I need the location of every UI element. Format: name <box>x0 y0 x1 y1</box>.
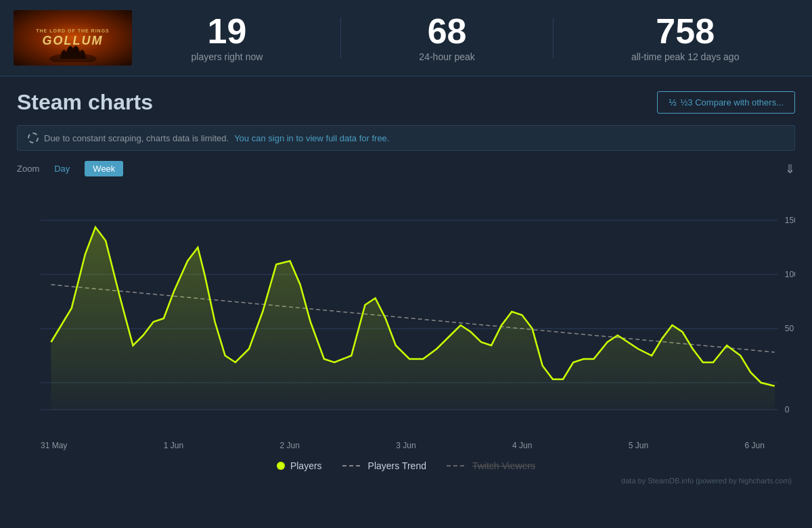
all-time-peak-number: 758 <box>631 14 740 49</box>
x-axis-labels: 31 May 1 Jun 2 Jun 3 Jun 4 Jun 5 Jun 6 J… <box>17 441 795 450</box>
players-dot-icon <box>277 462 285 470</box>
svg-text:50: 50 <box>785 324 794 333</box>
data-attribution: data by SteamDB.info (powered by highcha… <box>17 477 795 485</box>
x-label-2: 1 Jun <box>164 441 183 450</box>
chart-wrapper: 150 100 50 0 31 May 1 Jun 2 <box>17 187 795 450</box>
svg-text:100: 100 <box>785 270 795 279</box>
game-image: THE LORD OF THE RINGS GOLLUM <box>14 10 132 66</box>
notice-link[interactable]: You can sign in to view full data for fr… <box>234 133 389 143</box>
notice-bar: Due to constant scraping, charts data is… <box>17 125 795 151</box>
legend-trend-label: Players Trend <box>368 460 426 471</box>
peak-24h-stat: 68 24-hour peak <box>419 14 475 62</box>
stat-divider-1 <box>340 18 341 58</box>
header: THE LORD OF THE RINGS GOLLUM 19 players … <box>0 0 812 76</box>
current-players-label: players right now <box>191 51 263 62</box>
legend-players: Players <box>277 460 322 471</box>
svg-text:0: 0 <box>785 405 790 414</box>
chart-legend: Players Players Trend Twitch Viewers <box>17 460 795 471</box>
legend-players-label: Players <box>290 460 322 471</box>
peak-24h-label: 24-hour peak <box>419 51 475 62</box>
current-players-number: 19 <box>191 14 263 49</box>
x-label-1: 31 May <box>41 441 67 450</box>
notice-icon <box>28 133 39 143</box>
zoom-day-button[interactable]: Day <box>46 161 78 176</box>
current-players-stat: 19 players right now <box>191 14 263 62</box>
notice-text: Due to constant scraping, charts data is… <box>44 133 229 143</box>
compare-button[interactable]: ⅟₂ ½3 Compare with others... <box>657 91 795 114</box>
all-time-peak-label: all-time peak 12 days ago <box>631 51 740 62</box>
charts-title: Steam charts <box>17 90 153 115</box>
zoom-controls: Zoom Day Week ⇓ <box>17 161 795 176</box>
charts-header: Steam charts ⅟₂ ½3 Compare with others..… <box>17 90 795 115</box>
main-content: Steam charts ⅟₂ ½3 Compare with others..… <box>0 76 812 498</box>
stats-container: 19 players right now 68 24-hour peak 758… <box>132 14 798 62</box>
peak-24h-number: 68 <box>419 14 475 49</box>
chart-svg: 150 100 50 0 <box>17 187 795 437</box>
all-time-peak-stat: 758 all-time peak 12 days ago <box>631 14 740 62</box>
x-label-4: 3 Jun <box>396 441 415 450</box>
download-icon[interactable]: ⇓ <box>785 162 795 176</box>
x-label-3: 2 Jun <box>280 441 300 450</box>
x-label-6: 5 Jun <box>629 441 648 450</box>
compare-label: ½3 Compare with others... <box>681 97 784 107</box>
zoom-week-button[interactable]: Week <box>85 161 123 176</box>
zoom-label: Zoom <box>17 164 39 174</box>
twitch-line-icon <box>447 465 467 466</box>
legend-trend: Players Trend <box>342 460 426 471</box>
x-label-7: 6 Jun <box>745 441 765 450</box>
trend-dash-icon <box>342 465 363 466</box>
x-label-5: 4 Jun <box>512 441 532 450</box>
legend-twitch: Twitch Viewers <box>447 460 535 471</box>
game-logo-line1: THE LORD OF THE RINGS <box>36 28 110 34</box>
stat-divider-2 <box>553 18 554 58</box>
compare-icon: ⅟₂ <box>669 97 677 107</box>
legend-twitch-label: Twitch Viewers <box>472 460 535 471</box>
svg-text:150: 150 <box>785 216 795 225</box>
